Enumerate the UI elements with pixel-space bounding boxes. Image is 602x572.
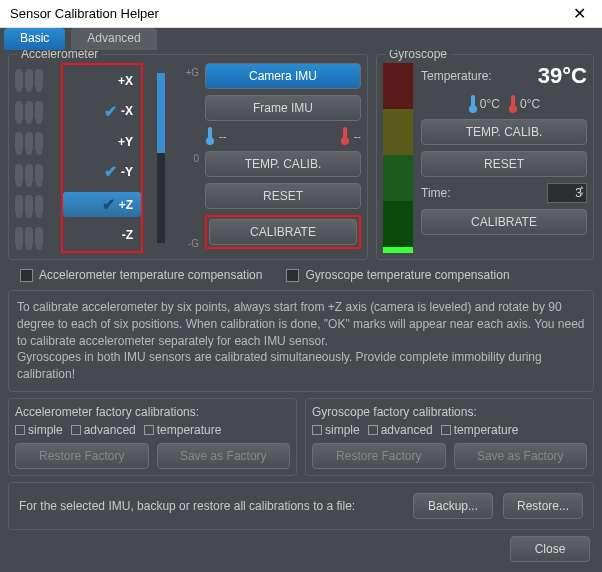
checkbox-icon [144,425,154,435]
accel-save-factory-button[interactable]: Save as Factory [157,443,291,469]
thermometer-icon [35,132,43,152]
axis-minus-z[interactable]: -Z [63,225,141,245]
thermometer-blue-icon [468,95,478,113]
thermometer-icon [25,195,33,215]
axis-minus-x[interactable]: ✔-X [63,99,141,124]
accel-factory-group: Accelerometer factory calibrations: simp… [8,398,297,476]
thermometer-icon [25,101,33,121]
accel-temp-comp-checkbox[interactable]: Accelerometer temperature compensation [20,268,262,282]
temp-readout: -- -- [205,127,361,145]
gyro-factory-title: Gyroscope factory calibrations: [312,405,587,419]
accel-factory-temperature[interactable]: temperature [144,423,222,437]
thermometer-icon [35,227,43,247]
temperature-label: Temperature: [421,69,492,83]
checkbox-icon [286,269,299,282]
restore-button[interactable]: Restore... [503,493,583,519]
temp-value-2: -- [354,130,361,142]
gyro-temp-1: 0°C [480,97,500,111]
thermometer-icon [25,227,33,247]
gyro-save-factory-button[interactable]: Save as Factory [454,443,588,469]
axis-label: +Y [118,135,133,149]
gyro-calibrate-button[interactable]: CALIBRATE [421,209,587,235]
gyroscope-title: Gyroscope [385,50,451,61]
checkbox-icon [20,269,33,282]
backup-button[interactable]: Backup... [413,493,493,519]
thermometer-icon [15,132,23,152]
tab-basic[interactable]: Basic [4,28,65,50]
titlebar: Sensor Calibration Helper ✕ [0,0,602,28]
accel-temp-calib-button[interactable]: TEMP. CALIB. [205,151,361,177]
accelerometer-title: Accelerometer [17,50,102,61]
accel-factory-simple[interactable]: simple [15,423,63,437]
dialog-window: Sensor Calibration Helper ✕ Basic Advanc… [0,0,602,572]
checkbox-label: Gyroscope temperature compensation [305,268,509,282]
checkbox-icon [441,425,451,435]
accel-factory-title: Accelerometer factory calibrations: [15,405,290,419]
axis-label: -Z [122,228,133,242]
checkbox-icon [312,425,322,435]
checkbox-icon [71,425,81,435]
checkbox-icon [15,425,25,435]
tab-advanced[interactable]: Advanced [71,28,156,50]
thermometer-icon [15,164,23,184]
camera-imu-button[interactable]: Camera IMU [205,63,361,89]
axis-plus-z[interactable]: ✔+Z [63,192,141,217]
temp-value-1: -- [219,130,226,142]
meter-bot: -G [188,238,199,249]
accel-calibrate-button[interactable]: CALIBRATE [209,219,357,245]
gyro-reset-button[interactable]: RESET [421,151,587,177]
gyro-level-bar [383,63,413,253]
gyro-factory-group: Gyroscope factory calibrations: simple a… [305,398,594,476]
thermometer-icon [35,195,43,215]
checkbox-icon [368,425,378,435]
close-button[interactable]: Close [510,536,590,562]
axis-plus-y[interactable]: +Y [63,132,141,152]
time-spinner[interactable]: 3 [547,183,587,203]
tab-bar: Basic Advanced [0,28,602,50]
axis-label: -X [121,104,133,118]
gyro-temp-calib-button[interactable]: TEMP. CALIB. [421,119,587,145]
accel-reset-button[interactable]: RESET [205,183,361,209]
gyro-factory-temperature[interactable]: temperature [441,423,519,437]
axis-minus-y[interactable]: ✔-Y [63,159,141,184]
axis-plus-x[interactable]: +X [63,71,141,91]
thermometer-icon [15,101,23,121]
thermometer-icon [35,164,43,184]
accel-restore-factory-button[interactable]: Restore Factory [15,443,149,469]
thermometer-icon [15,227,23,247]
instructions-text: To calibrate accelerometer by six points… [8,290,594,392]
thermometer-icon [35,69,43,89]
gyro-factory-simple[interactable]: simple [312,423,360,437]
temperature-value: 39°C [538,63,587,89]
backup-text: For the selected IMU, backup or restore … [19,499,403,513]
thermo-column [15,63,55,253]
thermometer-icon [25,132,33,152]
thermometer-icon [25,69,33,89]
window-title: Sensor Calibration Helper [10,6,159,21]
accel-factory-advanced[interactable]: advanced [71,423,136,437]
check-icon: ✔ [104,162,117,181]
frame-imu-button[interactable]: Frame IMU [205,95,361,121]
checkbox-label: Accelerometer temperature compensation [39,268,262,282]
backup-restore-row: For the selected IMU, backup or restore … [8,482,594,530]
thermometer-icon [25,164,33,184]
content-area: Accelerometer +X ✔-X [0,50,602,572]
thermometer-red-icon [508,95,518,113]
meter-mid: 0 [193,153,199,164]
time-label: Time: [421,186,451,200]
thermometer-icon [15,69,23,89]
thermometer-icon [15,195,23,215]
gyro-temp-2: 0°C [520,97,540,111]
close-icon[interactable]: ✕ [567,4,592,23]
gyro-temp-comp-checkbox[interactable]: Gyroscope temperature compensation [286,268,509,282]
check-icon: ✔ [104,102,117,121]
g-meter: +G 0 -G [149,63,199,253]
thermometer-blue-icon [205,127,215,145]
thermometer-icon [35,101,43,121]
axis-label: -Y [121,165,133,179]
gyroscope-group: Gyroscope Temperature: 39°C 0°C [376,54,594,260]
gyro-factory-advanced[interactable]: advanced [368,423,433,437]
axis-label: +Z [119,198,133,212]
axis-label: +X [118,74,133,88]
gyro-restore-factory-button[interactable]: Restore Factory [312,443,446,469]
